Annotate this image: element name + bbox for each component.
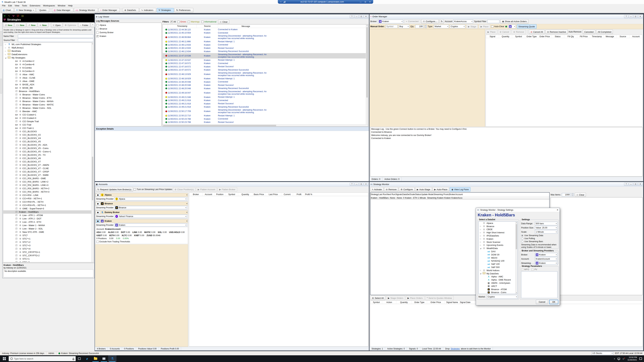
tree-item[interactable]: BASE_BB — [3, 86, 94, 90]
log-row[interactable]: 11/30/2021 22:48:20:048 Kraken Restart S… — [163, 84, 368, 87]
source-row[interactable]: Alpaca — [96, 23, 161, 27]
expander-icon[interactable]: ▷ — [5, 50, 6, 52]
strategies-link[interactable]: Strategies — [451, 347, 460, 350]
market-mode-select[interactable]: US Stocks▾ — [592, 352, 613, 355]
stage-button[interactable]: ▶Stage — [466, 24, 478, 29]
dock-button[interactable]: ⊡ — [634, 15, 638, 18]
tree-item[interactable]: BASE_ADX — [3, 83, 94, 86]
tree-item[interactable]: Binance - Water Coins — [3, 93, 94, 96]
place-button[interactable]: ▶Place — [479, 24, 490, 29]
tree-item[interactable]: ▷ WL.com Published Strategies — [3, 43, 94, 46]
log-row[interactable]: 11/30/2021 22:46:06:664 Kraken Streaming… — [163, 35, 368, 40]
menu-item[interactable]: Help — [67, 4, 74, 7]
pin-icon[interactable]: + — [280, 1, 282, 3]
tree-item[interactable]: STC*+3 — [3, 244, 94, 247]
col-timestamp[interactable]: Timestamp — [168, 25, 196, 28]
taskbar-explorer-icon[interactable] — [92, 355, 100, 362]
monitor-column-header[interactable]: Last Run — [378, 193, 386, 196]
orders-column-header[interactable]: Fill Qty — [564, 35, 577, 38]
source-checkbox[interactable] — [96, 24, 98, 26]
scale-select[interactable]: 1 Minute▾ — [535, 230, 558, 234]
auto-remove-canceled-button[interactable]: Canceled — [583, 30, 595, 34]
header-icon[interactable]: ⊕ — [4, 14, 6, 17]
toolbar-button[interactable]: ▤Data Manager — [52, 8, 73, 13]
monitor-toolbar-button[interactable]: ⚙Configure — [399, 187, 414, 192]
market-select[interactable]: Cryptos▾ — [487, 295, 518, 299]
remove-inactive-button[interactable]: ⊖Remove Inactive — [546, 30, 568, 34]
minimize-button[interactable]: — — [629, 15, 633, 18]
signals-column-header[interactable]: Signal Date — [460, 301, 470, 304]
signals-column-header[interactable]: Symbol — [370, 301, 382, 304]
tree-item[interactable]: Live - ATR 2 - DOT — [3, 217, 94, 220]
tree-item[interactable]: ▷ BestData — [3, 49, 94, 53]
help-button[interactable]: ? — [350, 183, 354, 186]
network-icon[interactable] — [618, 358, 620, 360]
tree-item[interactable]: Blender - AMC — [3, 110, 94, 113]
taskbar-search[interactable]: Type here to search — [9, 356, 76, 361]
menu-item[interactable]: Edit — [7, 4, 13, 7]
dataset-tree-item[interactable]: ▷ Kraken — [479, 237, 515, 241]
dataset-tree-item[interactable]: Alpaca — [479, 222, 515, 225]
taskbar-wealthlab-icon[interactable]: ⚗ — [108, 355, 116, 362]
log-vscrollbar[interactable]: ∧ — [366, 25, 368, 124]
positions-column-header[interactable]: Account — [202, 193, 214, 196]
tree-item[interactable]: 6-Combo — [3, 66, 94, 70]
new-strategy-button[interactable]: C#New — [14, 23, 26, 27]
streaming-quote-toggle[interactable]: Streaming Quote — [517, 24, 536, 29]
clear-log-button[interactable]: ⊘Clear — [218, 20, 229, 24]
close-button[interactable]: ✕ — [364, 15, 368, 18]
expander-icon[interactable]: ▷ — [480, 238, 482, 240]
collapsed-panel-tab[interactable] — [0, 31, 2, 46]
close-button[interactable]: ✕ — [638, 15, 642, 18]
ok-button[interactable]: OK — [549, 300, 558, 304]
monitor-column-header[interactable]: Strategy — [370, 193, 378, 196]
tree-item[interactable]: CCI_RSI_BARS - LINK+2 — [3, 180, 94, 184]
tree-item[interactable]: CCI_BLOCKS_V4 — [3, 137, 94, 140]
streaming-mode-radio[interactable]: Use Streaming Data — [521, 234, 558, 237]
monitor-toolbar-button[interactable]: ϟActivate — [370, 187, 384, 192]
expander-icon[interactable]: ▷ — [480, 241, 482, 243]
signals-column-header[interactable]: Signal Name — [444, 301, 460, 304]
help-button[interactable]: ? — [624, 183, 628, 186]
toolbar-button[interactable]: ΨNew Strategy▾ — [14, 8, 35, 13]
tree-item[interactable]: New STC ATR - GME — [3, 230, 94, 234]
broker-card-header[interactable]: ◉ Alpaca ▾ — [95, 193, 188, 197]
toolbar-button[interactable]: ⊕DataSets — [123, 8, 139, 13]
provider-select[interactable]: Yahoo! Finance▾ — [114, 215, 187, 218]
tree-item[interactable]: CCI_BLOCKS — [3, 130, 94, 133]
signals-column-header[interactable]: Action — [382, 301, 396, 304]
header-icon[interactable]: Ψ — [12, 15, 14, 17]
log-row[interactable]: 11/30/2021 22:46:12:633 Kraken Connected — [163, 43, 368, 47]
collapsed-panel-tab[interactable] — [0, 79, 2, 94]
log-row[interactable]: 11/30/2021 22:50:23:788 Kraken Restart S… — [163, 121, 368, 124]
signals-toolbar-button[interactable]: ▶Stage Orders — [386, 296, 405, 300]
menu-item[interactable]: File — [1, 4, 7, 7]
log-row[interactable]: 11/30/2021 22:49:21:918 Kraken Streaming… — [163, 105, 368, 109]
log-hscrollbar[interactable] — [163, 124, 368, 126]
start-button[interactable] — [0, 355, 9, 362]
streaming-mode-radio[interactable]: Use Streaming Bars — [521, 240, 558, 243]
taskbar-app-icon[interactable] — [100, 355, 108, 362]
configure-button[interactable]: ⚙Configure... — [421, 19, 439, 24]
dataset-tree-item[interactable]: S&P 100 — [479, 262, 515, 266]
log-row[interactable]: 11/30/2021 22:47:15:537 Kraken Restart A… — [163, 59, 368, 62]
help-button[interactable]: ? — [350, 15, 354, 18]
eye-toggle[interactable]: ◉ — [96, 220, 100, 223]
signals-toolbar-button[interactable]: “Send to Quotes Window — [425, 296, 454, 300]
dataset-tree-item[interactable]: ARCT — [479, 285, 515, 288]
dataset-tree-item[interactable]: NASDAQ 100 — [479, 259, 515, 263]
monitor-column-header[interactable]: Streaming Provic — [433, 193, 449, 196]
col-message[interactable]: Message — [218, 25, 274, 28]
monitor-toolbar-button[interactable]: ◉View Log Pane — [450, 187, 470, 192]
order-type-select[interactable]: Market▾ — [434, 25, 449, 28]
dataset-tree-item[interactable]: Alpha - AMC — [479, 275, 515, 278]
show-all-active-orders-button[interactable]: ◉Show all Active Orders — [500, 19, 528, 24]
dataset-scrollbar[interactable]: ∧∨ — [515, 222, 518, 294]
log-row[interactable]: 11/30/2021 22:49:21:048 Kraken Restart A… — [163, 96, 368, 99]
tree-item[interactable]: CCI_RSI_BARS - XETH+3 — [3, 190, 94, 194]
expander-icon[interactable]: ▷ — [480, 225, 482, 227]
orders-column-header[interactable]: Order Price — [538, 35, 551, 38]
symbol-filter-input[interactable] — [487, 20, 500, 23]
dataset-tree-item[interactable]: Binance - ATOM — [479, 288, 515, 291]
tree-item[interactable]: Live - Water 1 - MANA — [3, 224, 94, 227]
